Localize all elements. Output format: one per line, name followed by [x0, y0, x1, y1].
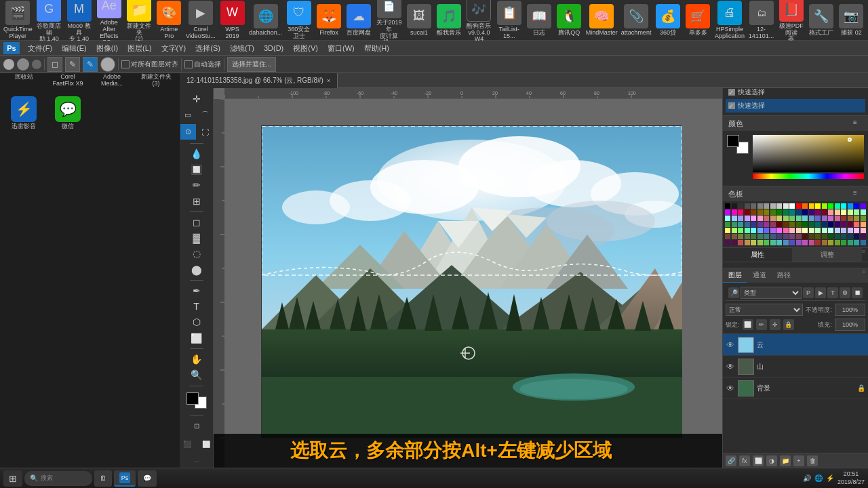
palette-swatch-36[interactable] — [815, 209, 821, 215]
taskbar-search[interactable]: 🔍 搜索 — [24, 471, 92, 486]
palette-swatch-103[interactable] — [822, 228, 827, 233]
autoselect-checkbox[interactable] — [184, 60, 193, 68]
tool-quick-mask[interactable]: ⊡ — [188, 419, 205, 433]
palette-swatch-93[interactable] — [757, 228, 763, 233]
canvas-area[interactable]: -100 -80 -60 -40 -20 0 20 40 60 80 100 — [214, 88, 722, 468]
palette-swatch-57[interactable] — [809, 216, 814, 221]
layers-expand[interactable]: ≡ — [862, 268, 868, 283]
palette-swatch-130[interactable] — [854, 234, 859, 239]
attr-expand[interactable]: ≡ — [862, 248, 868, 262]
palette-swatch-22[interactable] — [725, 209, 730, 215]
palette-swatch-116[interactable] — [764, 234, 769, 239]
menu-text[interactable]: 文字(Y) — [157, 41, 191, 55]
taskbar-icon-gaituan[interactable]: G 谷歌商店辅助 1.40 — [36, 0, 62, 43]
palette-swatch-0[interactable] — [725, 203, 730, 209]
layer-item-cloud[interactable]: 👁 云 — [723, 334, 868, 356]
palette-swatch-95[interactable] — [770, 228, 776, 233]
palette-swatch-105[interactable] — [835, 228, 840, 233]
filter-icon-3[interactable]: T — [827, 287, 838, 298]
menu-3d[interactable]: 3D(D) — [260, 41, 288, 55]
layer-item-mountain[interactable]: 👁 山 — [723, 356, 868, 378]
palette-swatch-150[interactable] — [841, 240, 846, 245]
menu-filter[interactable]: 滤镜(T) — [226, 41, 258, 55]
menu-window[interactable]: 窗口(W) — [323, 41, 359, 55]
palette-swatch-66[interactable] — [725, 222, 730, 227]
palette-swatch-6[interactable] — [764, 203, 769, 209]
tool-move[interactable]: ✛ — [188, 92, 205, 106]
layer-vis-background[interactable]: 👁 — [726, 384, 735, 393]
palette-swatch-47[interactable] — [745, 216, 750, 221]
palette-swatch-126[interactable] — [828, 234, 833, 239]
palette-swatch-91[interactable] — [745, 228, 750, 233]
align-checkbox[interactable] — [121, 60, 130, 68]
palette-swatch-148[interactable] — [828, 240, 833, 245]
palette-swatch-10[interactable] — [789, 203, 795, 209]
brush-size-1[interactable] — [3, 59, 14, 70]
palette-swatch-9[interactable] — [783, 203, 789, 209]
hue-strip[interactable] — [753, 174, 864, 179]
palette-swatch-79[interactable] — [809, 222, 814, 227]
layers-tab-channels[interactable]: 通道 — [747, 268, 772, 283]
palette-swatch-78[interactable] — [802, 222, 808, 227]
palette-swatch-129[interactable] — [848, 234, 853, 239]
palette-swatch-2[interactable] — [738, 203, 743, 209]
palette-swatch-106[interactable] — [841, 228, 846, 233]
layer-adj-btn[interactable]: ◑ — [766, 455, 777, 466]
taskbar-icon-mooa[interactable]: M Moo0 教具专 1.40 — [66, 0, 92, 43]
palette-swatch-153[interactable] — [861, 240, 866, 245]
palette-swatch-15[interactable] — [822, 203, 827, 209]
palette-swatch-23[interactable] — [732, 209, 737, 215]
palette-swatch-90[interactable] — [738, 228, 743, 233]
taskbar-icon-qq[interactable]: 🐧 腾讯QQ — [556, 4, 583, 37]
tool-color-foreground[interactable] — [186, 392, 199, 405]
palette-swatch-140[interactable] — [776, 240, 782, 245]
palette-swatch-143[interactable] — [796, 240, 802, 245]
tool-hand[interactable]: ✋ — [188, 352, 205, 367]
palette-swatch-127[interactable] — [835, 234, 840, 239]
tool-dodge[interactable]: ⬤ — [188, 262, 205, 277]
brush-size-2[interactable] — [17, 58, 29, 70]
color-expand-btn[interactable]: ≡ — [853, 119, 863, 128]
palette-swatch-113[interactable] — [745, 234, 750, 239]
taskbar-icon-photo141[interactable]: 🗂 12-141101... — [748, 1, 774, 40]
taskbar-icon-taillist[interactable]: 📋 TailList-15... — [496, 1, 522, 40]
taskbar-icon-360bao[interactable]: 💰 360贷 — [654, 4, 681, 37]
palette-swatch-38[interactable] — [828, 209, 833, 215]
palette-swatch-83[interactable] — [835, 222, 840, 227]
palette-swatch-110[interactable] — [725, 234, 730, 239]
taskbar-icon-buhuo[interactable]: 📷 捕获 02 — [838, 4, 865, 37]
palette-expand-btn[interactable]: ≡ — [853, 189, 863, 199]
tool-gradient[interactable]: ▓ — [188, 231, 205, 245]
palette-swatch-119[interactable] — [783, 234, 789, 239]
filter-icon-2[interactable]: ▶ — [815, 287, 826, 298]
menu-layer[interactable]: 图层(L) — [123, 41, 155, 55]
taskbar-ps-btn[interactable]: Ps — [114, 470, 136, 487]
taskbar-icon-kugou[interactable]: 🎶 酷狗音乐v9.0.4.0 W4 — [466, 0, 492, 43]
palette-swatch-76[interactable] — [789, 222, 795, 227]
palette-swatch-7[interactable] — [770, 203, 776, 209]
taskbar-icon-attachment[interactable]: 📎 attachment — [621, 4, 652, 37]
taskbar-icon-wps2019[interactable]: 📄 关于2019年度计算机... — [376, 0, 402, 46]
palette-swatch-134[interactable] — [738, 240, 743, 245]
layer-link-btn[interactable]: 🔗 — [726, 455, 736, 466]
layer-vis-mountain[interactable]: 👁 — [726, 362, 735, 371]
palette-swatch-14[interactable] — [815, 203, 821, 209]
taskbar-icon-hpsimple[interactable]: 🖨 HPSimpleApplication — [715, 1, 745, 40]
palette-swatch-70[interactable] — [751, 222, 756, 227]
lock-all[interactable]: 🔒 — [783, 319, 794, 330]
palette-swatch-87[interactable] — [861, 222, 866, 227]
palette-swatch-68[interactable] — [738, 222, 743, 227]
tool-rect-shape[interactable]: ⬜ — [188, 331, 205, 345]
ps-tab-close[interactable]: × — [327, 77, 330, 84]
layer-fill-input[interactable] — [835, 319, 865, 331]
taskbar-icon-duoduo[interactable]: 🛒 单多多 — [685, 4, 711, 37]
palette-swatch-132[interactable] — [725, 240, 730, 245]
palette-swatch-124[interactable] — [815, 234, 821, 239]
brush-mode-1[interactable]: ◻ — [47, 57, 62, 72]
palette-swatch-109[interactable] — [861, 228, 866, 233]
palette-swatch-40[interactable] — [841, 209, 846, 215]
desktop-icon-yingxiao[interactable]: ⚡ 迅雷影音 — [3, 94, 44, 133]
palette-swatch-5[interactable] — [757, 203, 763, 209]
palette-swatch-118[interactable] — [776, 234, 782, 239]
palette-swatch-8[interactable] — [776, 203, 782, 209]
